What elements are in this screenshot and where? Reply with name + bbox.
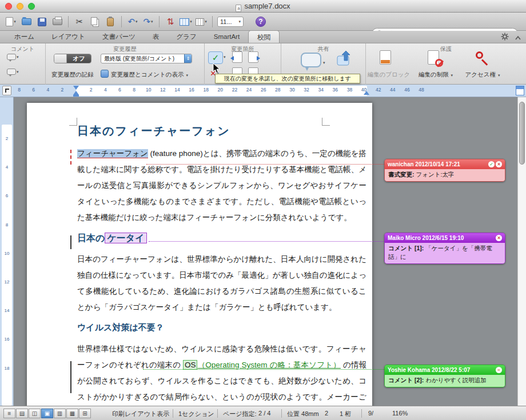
cut-button[interactable]: ✂ xyxy=(73,15,86,29)
proofing-count: 9/ xyxy=(368,410,373,417)
horizontal-ruler[interactable]: 8642246810121416182022242628303234363840… xyxy=(0,85,526,97)
zoom-percentage[interactable]: 116% xyxy=(392,410,408,417)
document-page[interactable]: 日本のフィーチャーフォン フィーチャーフォン (feature phone)とは… xyxy=(27,103,372,406)
block-authors-icon[interactable] xyxy=(380,50,391,65)
view-fullscreen-button[interactable]: ⊞ xyxy=(79,409,91,418)
hanging-indent-marker[interactable] xyxy=(73,91,79,95)
accept-dropdown[interactable]: ▾ xyxy=(223,55,226,59)
view-draft-button[interactable]: ≡ xyxy=(3,409,15,418)
undo-button[interactable]: ↶▾ xyxy=(126,15,139,29)
comment-balloon-1[interactable]: Maiko Micro 2012/6/15 19:10 ✕ コメント [1]: … xyxy=(384,233,505,264)
change-bar xyxy=(70,150,71,165)
help-button[interactable]: ? xyxy=(256,17,266,27)
view-print-layout-button[interactable]: ▣ xyxy=(41,409,53,418)
document-content[interactable]: 日本のフィーチャーフォン フィーチャーフォン (feature phone)とは… xyxy=(77,123,366,406)
collapse-ribbon-icon[interactable] xyxy=(515,34,521,42)
comment-anchor-1[interactable]: ケータイ xyxy=(105,233,146,243)
permissions-key-icon[interactable] xyxy=(476,51,492,67)
mouse-cursor-icon xyxy=(213,63,220,75)
table-icon xyxy=(180,18,189,26)
markup-view-dropdown[interactable]: 最終版 (変更箇所/コメント) ⇕ xyxy=(101,54,192,63)
new-comment-button[interactable]: ▾ xyxy=(7,54,19,60)
track-record-button[interactable]: 変更履歴の記録 xyxy=(51,71,94,79)
doc-heading-3[interactable]: ウイルス対策は不要？ xyxy=(77,322,366,333)
view-outline-button[interactable]: ▤ xyxy=(16,409,28,418)
doc-heading-1[interactable]: 日本のフィーチャーフォン xyxy=(77,123,366,139)
redo-icon: ↷ xyxy=(143,17,150,27)
change-bar xyxy=(70,361,71,393)
tab-table[interactable]: 表 xyxy=(144,30,168,43)
first-line-indent-marker[interactable] xyxy=(73,86,79,90)
group-comments: コメント ▾ ▾ xyxy=(0,43,46,85)
page-indicator-value[interactable]: 2 / 4 xyxy=(258,410,270,417)
page-indicator-label: ページ指定: xyxy=(223,410,257,418)
tab-chart[interactable]: グラフ xyxy=(168,30,205,43)
tab-layout[interactable]: レイアウト xyxy=(43,30,94,43)
view-notebook-button[interactable]: ▥ xyxy=(54,409,66,418)
print-button[interactable] xyxy=(51,15,63,29)
document-area: 24681012141618 日本のフィーチャーフォン フィーチャーフォン (f… xyxy=(0,97,526,406)
paste-button[interactable] xyxy=(104,15,117,29)
chat-bubble-icon[interactable] xyxy=(301,53,321,67)
reject-change-icon[interactable]: ✕ xyxy=(496,161,502,167)
tab-review[interactable]: 校閲 xyxy=(248,30,280,43)
doc-heading-2[interactable]: 日本のケータイ xyxy=(77,233,366,245)
vertical-scrollbar[interactable] xyxy=(517,97,526,406)
tracked-insertion[interactable]: （Operating System の略：基本ソフト） xyxy=(197,361,340,369)
restrict-editing-button[interactable]: 編集の制限 ▾ xyxy=(413,71,459,79)
accept-change-icon[interactable]: ✓ xyxy=(488,161,495,167)
comment-bubble-icon xyxy=(7,54,16,60)
tab-smartart[interactable]: SmartArt xyxy=(205,30,248,43)
paste-clipboard-icon xyxy=(107,18,114,26)
tracked-format-change[interactable]: フィーチャーフォン xyxy=(77,149,148,158)
vertical-ruler[interactable]: 24681012141618 xyxy=(0,97,14,406)
delete-comment-icon[interactable]: ✕ xyxy=(496,235,502,241)
comment-connector-line xyxy=(143,369,384,370)
window-title: asample7.docx xyxy=(0,2,526,12)
left-indent-marker[interactable] xyxy=(73,95,79,97)
block-authors-button[interactable]: 編集のブロック xyxy=(366,71,412,79)
tab-stop-selector[interactable] xyxy=(2,86,11,95)
columns-button[interactable]: ▾ xyxy=(195,15,208,29)
combo-stepper-icon: ⇕ xyxy=(184,54,192,63)
tab-document-parts[interactable]: 文書パーツ xyxy=(94,30,144,43)
previous-change-button[interactable] xyxy=(232,51,242,63)
comment-balloon-2[interactable]: Yoshie Kohama 2012/8/22 5:07 − コメント [2]:… xyxy=(384,365,505,387)
gear-icon[interactable] xyxy=(501,33,509,42)
chat-dropdown[interactable]: ▾ xyxy=(322,61,325,65)
ruler-toggle-icon[interactable] xyxy=(516,86,524,95)
document-icon: a xyxy=(236,5,241,12)
track-changes-toggle[interactable]: オフ xyxy=(54,54,91,63)
restrict-editing-icon[interactable] xyxy=(428,50,439,65)
next-change-button[interactable] xyxy=(248,51,258,63)
view-focus-button[interactable]: ▦ xyxy=(66,409,78,418)
delete-comment-button[interactable]: ▾ xyxy=(7,69,19,75)
ribbon-tab-row: ホーム レイアウト 文書パーツ 表 グラフ SmartArt 校閲 xyxy=(0,31,526,43)
balloon-body: コメント [2]: わかりやすく説明追加 xyxy=(385,375,505,387)
doc-paragraph-2[interactable]: 日本のフィーチャーフォンは、世界標準からかけ離れた、日本人向けに開発された独自の… xyxy=(77,251,366,315)
redo-button[interactable]: ↷▾ xyxy=(142,15,154,29)
save-button[interactable] xyxy=(35,15,48,29)
new-document-button[interactable]: ▾ xyxy=(5,15,17,29)
scissors-icon: ✂ xyxy=(76,17,83,27)
show-markup-dropdown[interactable]: 変更履歴とコメントの表示 ▾ xyxy=(111,71,188,79)
show-markup-icon xyxy=(101,70,109,78)
right-indent-marker[interactable] xyxy=(364,91,369,95)
comment-anchor-2[interactable]: OS xyxy=(183,360,198,370)
scrollbar-thumb[interactable] xyxy=(519,102,525,165)
share-document-button[interactable] xyxy=(336,50,353,67)
copy-button[interactable] xyxy=(89,15,101,29)
insert-table-button[interactable]: ▾ xyxy=(180,15,192,29)
view-publishing-button[interactable]: ◫ xyxy=(29,409,41,418)
title-bar: asample7.docx xyxy=(0,0,526,13)
tab-home[interactable]: ホーム xyxy=(6,30,43,43)
permissions-button[interactable]: アクセス権 ▾ xyxy=(460,71,505,79)
delete-comment-icon[interactable]: − xyxy=(496,367,502,373)
doc-paragraph-3[interactable]: 世界標準仕様ではないため、ウイルスに感染する危険性は低いです。フィーチャーフォン… xyxy=(77,341,366,406)
revision-balloon[interactable]: wanichan 2012/10/14 17:21 ✓ ✕ 書式変更: フォント… xyxy=(384,159,505,182)
accept-change-button[interactable]: ✓ xyxy=(208,51,223,64)
open-button[interactable] xyxy=(20,15,33,29)
format-swap-button[interactable]: ⇅ xyxy=(164,15,177,29)
zoom-select[interactable]: 11...▾ xyxy=(217,17,244,27)
doc-paragraph-1[interactable]: フィーチャーフォン (feature phone)とは、携帯電話の端末のうち、一… xyxy=(77,146,366,226)
